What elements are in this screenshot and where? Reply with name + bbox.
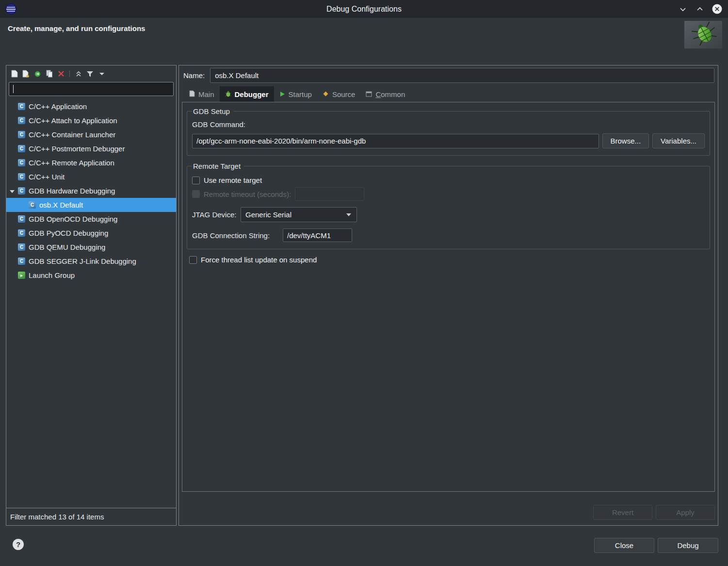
gdb-openocd-icon bbox=[18, 215, 25, 223]
editor-tabs: Main Debugger Startup Source Common bbox=[184, 86, 410, 102]
window-controls bbox=[678, 0, 722, 18]
remote-timeout-checkbox bbox=[192, 190, 200, 198]
filter-status: Filter matched 13 of 14 items bbox=[6, 508, 176, 525]
debugger-tab-content: GDB Setup GDB Command: Browse... Variabl… bbox=[182, 102, 715, 492]
gdb-pyocd-icon bbox=[18, 229, 25, 237]
force-thread-checkbox[interactable] bbox=[189, 256, 197, 264]
source-tab-icon bbox=[323, 90, 329, 98]
variables-button[interactable]: Variables... bbox=[652, 133, 705, 148]
close-button[interactable]: Close bbox=[594, 538, 654, 553]
configuration-tree: C/C++ Application C/C++ Attach to Applic… bbox=[6, 98, 176, 508]
view-menu-dropdown-icon[interactable] bbox=[97, 70, 106, 78]
tree-item-cpp-unit[interactable]: C/C++ Unit bbox=[6, 170, 176, 184]
cpp-attach-icon bbox=[18, 117, 25, 124]
tree-item-launch-group[interactable]: Launch Group bbox=[6, 268, 176, 282]
name-label: Name: bbox=[182, 71, 205, 80]
cpp-remote-icon bbox=[18, 159, 25, 166]
tree-item-gdb-qemu[interactable]: GDB QEMU Debugging bbox=[6, 240, 176, 254]
jtag-device-value: Generic Serial bbox=[245, 210, 346, 219]
tree-item-cpp-application[interactable]: C/C++ Application bbox=[6, 99, 176, 113]
apply-button[interactable]: Apply bbox=[656, 505, 715, 520]
close-window-button[interactable] bbox=[712, 4, 722, 15]
collapse-arrow-icon[interactable] bbox=[10, 189, 15, 194]
gdb-connection-row: GDB Connection String: bbox=[192, 228, 705, 242]
jtag-device-label: JTAG Device: bbox=[192, 210, 241, 219]
tab-source[interactable]: Source bbox=[317, 86, 361, 102]
dialog-subtitle: Create, manage, and run configurations bbox=[8, 24, 145, 32]
jtag-device-row: JTAG Device: Generic Serial bbox=[192, 207, 705, 222]
force-thread-row: Force thread list update on suspend bbox=[189, 256, 710, 264]
help-icon[interactable] bbox=[13, 539, 24, 550]
toolbar-separator bbox=[69, 70, 70, 77]
dialog-footer: Close Debug bbox=[0, 526, 728, 566]
chevron-down-icon bbox=[346, 213, 351, 216]
launch-group-icon bbox=[18, 272, 25, 279]
tab-common[interactable]: Common bbox=[360, 86, 410, 102]
window-title: Debug Configurations bbox=[0, 5, 728, 14]
gdb-command-label: GDB Command: bbox=[192, 120, 705, 129]
remote-target-title: Remote Target bbox=[192, 162, 244, 170]
main-tab-icon bbox=[189, 90, 195, 98]
tree-item-gdb-pyocd[interactable]: GDB PyOCD Debugging bbox=[6, 226, 176, 240]
remote-timeout-label: Remote timeout (seconds): bbox=[204, 190, 291, 198]
eclipse-logo-icon bbox=[5, 3, 17, 15]
debug-button[interactable]: Debug bbox=[658, 538, 718, 553]
name-input[interactable] bbox=[210, 68, 714, 83]
launch-config-icon bbox=[29, 201, 36, 209]
force-thread-label: Force thread list update on suspend bbox=[201, 256, 317, 264]
new-prototype-icon[interactable] bbox=[22, 70, 30, 78]
gdb-connection-input[interactable] bbox=[283, 228, 352, 242]
use-remote-target-label: Use remote target bbox=[204, 176, 262, 184]
remote-timeout-input bbox=[295, 187, 364, 201]
gdb-hardware-icon bbox=[18, 187, 25, 194]
tree-item-cpp-attach[interactable]: C/C++ Attach to Application bbox=[6, 113, 176, 128]
browse-button[interactable]: Browse... bbox=[602, 133, 649, 148]
use-remote-target-row: Use remote target bbox=[192, 176, 705, 184]
tab-startup[interactable]: Startup bbox=[274, 86, 317, 102]
tree-item-gdb-openocd[interactable]: GDB OpenOCD Debugging bbox=[6, 212, 176, 226]
remote-target-group: Remote Target Use remote target Remote t… bbox=[187, 162, 710, 249]
common-tab-icon bbox=[366, 90, 372, 98]
export-configuration-icon[interactable] bbox=[33, 70, 42, 78]
tree-item-gdb-segger[interactable]: GDB SEGGER J-Link Debugging bbox=[6, 254, 176, 268]
new-configuration-icon[interactable] bbox=[10, 70, 18, 78]
duplicate-configuration-icon[interactable] bbox=[45, 70, 53, 78]
debugger-tab-icon bbox=[225, 90, 231, 98]
delete-configuration-icon[interactable] bbox=[57, 70, 65, 78]
maximize-button[interactable] bbox=[695, 4, 705, 15]
cpp-postmortem-icon bbox=[18, 145, 25, 152]
cpp-container-icon bbox=[18, 131, 25, 138]
tab-debugger[interactable]: Debugger bbox=[220, 86, 274, 102]
gdb-command-row: Browse... Variables... bbox=[192, 133, 705, 148]
filter-input[interactable] bbox=[9, 82, 174, 96]
cpp-application-icon bbox=[18, 103, 25, 110]
minimize-button[interactable] bbox=[678, 4, 688, 15]
tree-item-cpp-container[interactable]: C/C++ Container Launcher bbox=[6, 128, 176, 142]
tab-main[interactable]: Main bbox=[184, 86, 220, 102]
cpp-unit-icon bbox=[18, 173, 25, 180]
text-caret bbox=[13, 85, 14, 93]
tree-item-cpp-postmortem[interactable]: C/C++ Postmortem Debugger bbox=[6, 142, 176, 156]
jtag-device-select[interactable]: Generic Serial bbox=[241, 207, 357, 222]
revert-button[interactable]: Revert bbox=[593, 505, 652, 520]
tree-item-gdb-hardware-debugging[interactable]: GDB Hardware Debugging bbox=[6, 184, 176, 198]
configurations-sidebar: C/C++ Application C/C++ Attach to Applic… bbox=[6, 65, 177, 526]
filter-icon[interactable] bbox=[86, 70, 94, 78]
tree-item-osbx-default[interactable]: osb.X Default bbox=[6, 198, 176, 212]
dialog-header: Create, manage, and run configurations bbox=[0, 18, 728, 65]
remote-timeout-row: Remote timeout (seconds): bbox=[192, 187, 705, 201]
configuration-editor: Name: Main Debugger Startup Source bbox=[178, 65, 718, 526]
tree-item-cpp-remote[interactable]: C/C++ Remote Application bbox=[6, 156, 176, 170]
sidebar-toolbar bbox=[6, 65, 176, 80]
titlebar[interactable]: Debug Configurations bbox=[0, 0, 728, 18]
use-remote-target-checkbox[interactable] bbox=[192, 177, 200, 184]
gdb-command-input[interactable] bbox=[192, 134, 599, 148]
gdb-segger-icon bbox=[18, 258, 25, 265]
collapse-all-icon[interactable] bbox=[74, 70, 82, 78]
gdb-setup-group: GDB Setup GDB Command: Browse... Variabl… bbox=[187, 107, 710, 156]
startup-tab-icon bbox=[279, 90, 285, 98]
gdb-qemu-icon bbox=[18, 243, 25, 251]
debug-bug-banner-icon bbox=[684, 21, 722, 49]
name-row: Name: bbox=[182, 67, 714, 83]
revert-apply-row: Revert Apply bbox=[593, 505, 715, 520]
